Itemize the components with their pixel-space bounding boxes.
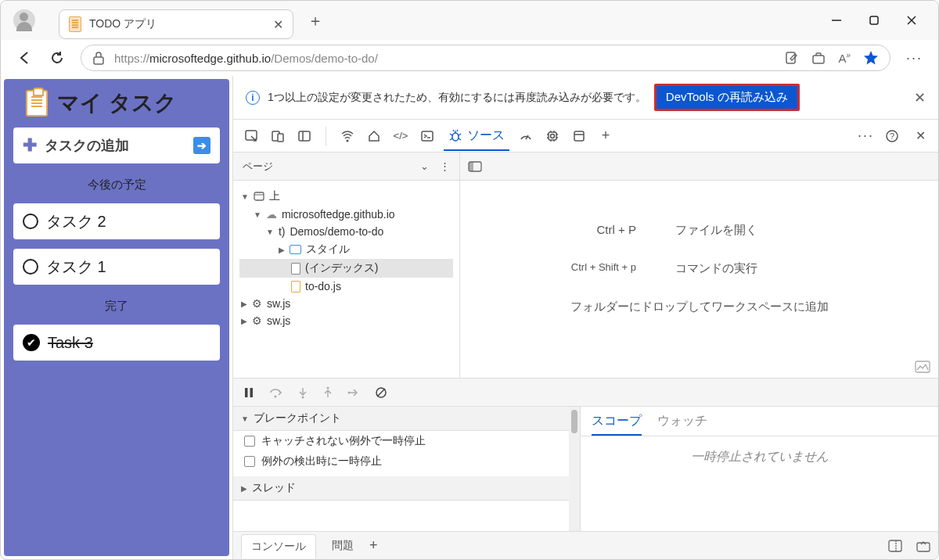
new-tab-button[interactable]: ＋: [308, 10, 323, 31]
app-title: マイ タスク: [13, 88, 220, 118]
window-close-button[interactable]: [904, 13, 919, 28]
back-button[interactable]: [16, 49, 34, 66]
url-text: https://microsoftedge.github.io/Demos/de…: [114, 52, 378, 65]
svg-rect-25: [469, 162, 473, 171]
pause-button[interactable]: [243, 386, 255, 399]
home-icon[interactable]: [364, 126, 384, 146]
tree-item-sw[interactable]: ▶⚙sw.js: [239, 312, 453, 329]
refresh-button[interactable]: [49, 50, 65, 66]
memory-icon[interactable]: [542, 126, 563, 146]
window-minimize-button[interactable]: [829, 13, 844, 28]
devtools-infobar: i 1つ以上の設定が変更されたため、有効にするには再度読み込みが必要です。 De…: [233, 76, 938, 120]
editor-hints: Ctrl + Pファイルを開く Ctrl + Shift + pコマンドの実行 …: [460, 181, 938, 356]
svg-rect-16: [549, 132, 556, 140]
window-maximize-button[interactable]: [866, 13, 882, 28]
tab-title: TODO アプリ: [89, 17, 265, 31]
hint-label: コマンドの実行: [675, 261, 938, 276]
completed-header: 完了: [13, 294, 220, 315]
sources-tab-label: ソース: [467, 127, 505, 144]
tree-item-sw[interactable]: ▶⚙sw.js: [239, 295, 453, 312]
lock-icon: [92, 51, 105, 65]
task-item[interactable]: タスク 1: [13, 249, 220, 285]
debugger-toolbar: [233, 378, 938, 406]
code-icon[interactable]: </>: [390, 126, 411, 146]
url-box[interactable]: https://microsoftedge.github.io/Demos/de…: [81, 45, 890, 71]
close-icon[interactable]: ✕: [273, 17, 283, 32]
svg-rect-9: [278, 134, 283, 142]
circle-icon[interactable]: [23, 259, 38, 275]
devtools-drawer: コンソール 問題 +: [233, 531, 938, 559]
console-icon[interactable]: [417, 126, 437, 146]
hint-key: Ctrl + Shift + p: [460, 261, 675, 276]
watch-tab[interactable]: ウォッチ: [657, 413, 707, 436]
dock-icon[interactable]: [888, 540, 902, 552]
tree-item-index[interactable]: (インデックス): [239, 259, 453, 278]
add-tab-icon[interactable]: +: [595, 126, 616, 146]
scrollbar[interactable]: [569, 407, 580, 531]
svg-rect-28: [250, 388, 254, 397]
svg-point-33: [327, 386, 329, 389]
profile-avatar[interactable]: [13, 9, 35, 31]
svg-point-17: [551, 134, 555, 138]
close-icon[interactable]: ✕: [910, 126, 930, 146]
todo-app: マイ タスク ✚ タスクの追加 ➔ 今後の予定 タスク 2 タスク 1 完了 ✔…: [4, 79, 229, 556]
svg-rect-22: [254, 192, 264, 200]
chevron-down-icon[interactable]: ⌄: [420, 160, 429, 172]
caught-exceptions-checkbox[interactable]: 例外の検出時に一時停止: [233, 451, 580, 472]
performance-icon[interactable]: [516, 126, 536, 146]
help-icon[interactable]: ?: [882, 126, 902, 146]
more-icon[interactable]: ⋮: [440, 160, 450, 172]
browser-menu-button[interactable]: ···: [906, 50, 923, 66]
info-icon: i: [246, 91, 260, 105]
add-task-input[interactable]: ✚ タスクの追加 ➔: [13, 127, 220, 163]
deactivate-breakpoints-icon[interactable]: [374, 386, 388, 400]
favorite-star-icon[interactable]: [863, 50, 879, 66]
task-item[interactable]: タスク 2: [13, 203, 220, 239]
svg-point-14: [452, 133, 459, 141]
clipboard-icon: [69, 16, 81, 32]
step-over-icon: [269, 386, 283, 399]
circle-icon[interactable]: [23, 214, 38, 229]
tree-item-js[interactable]: to-do.js: [239, 278, 453, 295]
edit-page-icon[interactable]: [785, 51, 799, 65]
svg-rect-27: [245, 388, 248, 397]
tree-item-top[interactable]: ▼上: [239, 187, 453, 206]
threads-header[interactable]: ▶スレッド: [233, 476, 580, 501]
svg-rect-6: [813, 56, 824, 63]
panel-toggle-icon[interactable]: [468, 161, 482, 172]
task-item[interactable]: ✔Task 3: [13, 325, 220, 361]
read-aloud-icon[interactable]: A»: [838, 51, 851, 65]
browser-tab[interactable]: TODO アプリ ✕: [59, 9, 293, 39]
close-icon[interactable]: ✕: [914, 89, 926, 106]
page-tab-header[interactable]: ページ ⌄ ⋮: [233, 153, 459, 181]
breakpoints-panel: ▼ブレークポイント キャッチされない例外で一時停止 例外の検出時に一時停止 ▶ス…: [233, 407, 581, 531]
inspect-icon[interactable]: [241, 126, 261, 146]
check-icon[interactable]: ✔: [23, 334, 40, 351]
tree-item-path[interactable]: ▼t) Demos/demo-to-do: [239, 223, 453, 240]
hint-label: ファイルを開く: [675, 223, 938, 238]
devtools-menu-icon[interactable]: ···: [858, 127, 874, 144]
panel-icon[interactable]: [294, 126, 315, 146]
network-icon[interactable]: [337, 126, 358, 146]
issues-tab[interactable]: 問題: [332, 539, 354, 553]
submit-arrow-icon[interactable]: ➔: [193, 137, 210, 154]
upcoming-header: 今後の予定: [13, 173, 220, 194]
console-tab[interactable]: コンソール: [241, 534, 316, 558]
tree-item-style[interactable]: ▶スタイル: [239, 240, 453, 259]
devtools-toolbar: </> ソース + ··· ? ✕: [233, 120, 938, 153]
uncaught-exceptions-checkbox[interactable]: キャッチされない例外で一時停止: [233, 431, 580, 451]
scope-tab[interactable]: スコープ: [592, 413, 642, 436]
application-icon[interactable]: [569, 126, 589, 146]
expand-icon[interactable]: [916, 540, 930, 552]
svg-rect-4: [94, 57, 103, 64]
svg-rect-18: [574, 131, 584, 141]
add-drawer-tab[interactable]: +: [369, 537, 378, 554]
devtools-reload-button[interactable]: DevTools の再読み込み: [654, 84, 800, 111]
device-icon[interactable]: [268, 126, 288, 146]
sources-tab[interactable]: ソース: [444, 120, 509, 151]
briefcase-icon[interactable]: [811, 51, 826, 65]
breakpoints-header[interactable]: ▼ブレークポイント: [233, 407, 580, 431]
sources-navigator: ページ ⌄ ⋮ ▼上 ▼☁microsoftedge.github.io ▼t)…: [233, 153, 460, 378]
svg-point-31: [302, 396, 304, 398]
tree-item-host[interactable]: ▼☁microsoftedge.github.io: [239, 206, 453, 223]
